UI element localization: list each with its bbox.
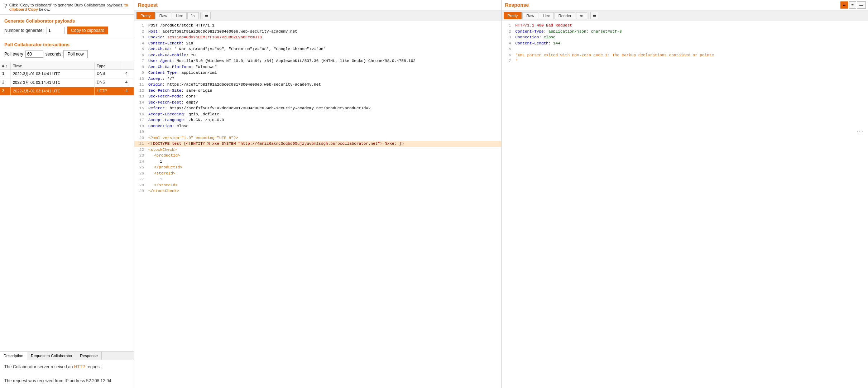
code-line: 7" [502,58,868,64]
poll-interval-input[interactable] [25,51,43,58]
table-row[interactable]: 2 2022-3月-01 03:14:41 UTC DNS 4 [0,78,134,87]
generate-label: Number to generate: [4,28,44,33]
code-line: 5Sec-Ch-Ua: " Not A;Brand";v="99", "Chro… [134,46,501,52]
detail-content: The Collaborator server received an HTTP… [0,360,134,388]
row-time: 2022-3月-01 03:14:41 UTC [11,78,95,87]
code-line: 10Accept: */* [134,76,501,82]
response-menu-btn[interactable]: ☰ [590,12,599,19]
generate-row: Number to generate: Copy to clipboard [4,27,130,34]
tab-response[interactable]: Response [76,352,102,360]
response-code-area[interactable]: 1HTTP/1.1 400 Bad Request 2Content-Type:… [502,21,868,388]
generate-input[interactable] [47,27,64,34]
info-text: Click "Copy to clipboard" to generate Bu… [9,3,130,11]
code-line: 15Referer: https://acef1f581f91a2d6c0c98… [134,105,501,111]
generate-title: Generate Collaborator payloads [4,18,130,24]
toolbar-sep [200,13,201,19]
code-line: 16Accept-Encoding: gzip, deflate [134,111,501,118]
row-extra: 4 [123,78,134,87]
tab-request-to-collaborator[interactable]: Request to Collaborator [27,352,76,360]
top-bar-split-vertical[interactable]: ▪▪ [840,1,848,9]
tab-description[interactable]: Description [0,352,27,360]
response-render-btn[interactable]: Render [555,12,575,19]
row-type: DNS [95,70,123,78]
generate-section: Generate Collaborator payloads Number to… [0,15,134,38]
http-link[interactable]: HTTP [74,364,85,369]
table-row[interactable]: 1 2022-3月-01 03:14:41 UTC DNS 4 [0,70,134,78]
request-hex-btn[interactable]: Hex [172,12,187,19]
code-line: 271 [134,176,501,182]
code-line: 11Origin: https://acef1f581f91a2d6c0c981… [134,82,501,88]
row-num: 1 [0,70,11,78]
table-row[interactable]: 3 2022-3月-01 03:14:41 UTC HTTP 4 [0,87,134,96]
top-bar-minimize[interactable]: — [857,1,866,9]
code-line: 2Content-Type: application/json; charset… [502,29,868,35]
info-icon: ? [4,3,7,9]
response-panel: Response Pretty Raw Hex Render \n ☰ 1HTT… [502,0,868,388]
request-raw-btn[interactable]: Raw [155,12,171,19]
row-type: HTTP [95,87,123,95]
col-num: # ↑ [0,62,11,70]
code-line: 4Content-Length: 144 [502,40,868,47]
toolbar-sep [589,13,589,19]
detail-line1: The Collaborator server received an HTTP… [4,364,130,370]
request-panel-header: Request [134,0,501,10]
code-line: 9Content-Type: application/xml [134,70,501,76]
poll-now-button[interactable]: Poll now [63,50,87,58]
col-extra [123,62,134,70]
request-menu-btn[interactable]: ☰ [202,12,211,19]
top-bar-split-horizontal[interactable]: ≡ [849,1,856,9]
code-line: 29</stockCheck> [134,188,501,194]
response-raw-btn[interactable]: Raw [522,12,538,19]
code-line: 20<?xml version="1.0" encoding="UTF-8"?> [134,135,501,141]
response-pretty-btn[interactable]: Pretty [504,12,522,19]
table-header: # ↑ Time Type [0,62,134,70]
code-line: 26<storeId> [134,171,501,177]
request-newline-btn[interactable]: \n [187,12,198,19]
code-line: 17Accept-Language: zh-CN, zh;q=0.9 [134,117,501,123]
code-line: 6Sec-Ch-Ua-Mobile: ?0 [134,52,501,58]
request-code-area[interactable]: 1POST /product/stock HTTP/1.1 2Host: ace… [134,21,501,388]
right-panels: ▪▪ ≡ — Request Pretty Raw Hex \n ☰ [134,0,868,388]
poll-label: Poll every [4,52,23,57]
top-info: ? Click "Copy to clipboard" to generate … [0,0,134,15]
interactions-table: # ↑ Time Type 1 2022-3月-01 03:14:41 UTC … [0,62,134,351]
row-extra: 4 [123,70,134,78]
dot-menu-icon[interactable]: ⋮ [855,129,864,135]
response-toolbar: Pretty Raw Hex Render \n ☰ [502,10,868,21]
code-line: 12Sec-Fetch-Site: same-origin [134,88,501,94]
request-pretty-btn[interactable]: Pretty [136,12,155,19]
detail-tabs: Description Request to Collaborator Resp… [0,351,134,360]
row-num: 3 [0,87,11,95]
poll-title: Poll Collaborator interactions [4,42,130,47]
code-line: 6"XML parser exited with non-zero code 1… [502,52,868,58]
code-line: 8Sec-Ch-Ua-Platform: "Windows" [134,64,501,70]
poll-row: Poll every seconds Poll now [4,50,130,58]
code-line: 3Connection: close [502,34,868,40]
code-line: 28</storeId> [134,182,501,188]
code-line: 23<productId> [134,153,501,159]
code-line: 3Cookie: session=0dVYaEEMJrFsGu7VZuBO2Ly… [134,34,501,40]
copy-to-clipboard-button[interactable]: Copy to clipboard [67,27,108,34]
request-panel: Request Pretty Raw Hex \n ☰ 1POST /produ… [134,0,502,388]
response-panel-header: Response [502,0,868,10]
row-time: 2022-3月-01 03:14:41 UTC [11,87,95,95]
row-num: 2 [0,78,11,87]
response-newline-btn[interactable]: \n [576,12,587,19]
code-line: 18Connection: close [134,123,501,129]
code-line: 5 [502,46,868,52]
code-line: 7User-Agent: Mozilla/5.0 (Windows NT 10.… [134,58,501,64]
code-line: 25</productId> [134,164,501,171]
row-type: DNS [95,78,123,87]
response-hex-btn[interactable]: Hex [539,12,554,19]
code-line: 13Sec-Fetch-Mode: cors [134,94,501,100]
top-bar-buttons: ▪▪ ≡ — [840,1,866,9]
detail-line2: The request was received from IP address… [4,378,130,384]
row-time: 2022-3月-01 03:14:41 UTC [11,70,95,78]
code-line: 14Sec-Fetch-Dest: empty [134,100,501,106]
code-line: 22<stockCheck> [134,147,501,153]
main-container: ? Click "Copy to clipboard" to generate … [0,0,868,388]
poll-unit: seconds [45,52,62,57]
poll-section: Poll Collaborator interactions Poll ever… [0,38,134,62]
panels-row: Request Pretty Raw Hex \n ☰ 1POST /produ… [134,0,868,388]
code-line: 4Content-Length: 219 [134,40,501,47]
